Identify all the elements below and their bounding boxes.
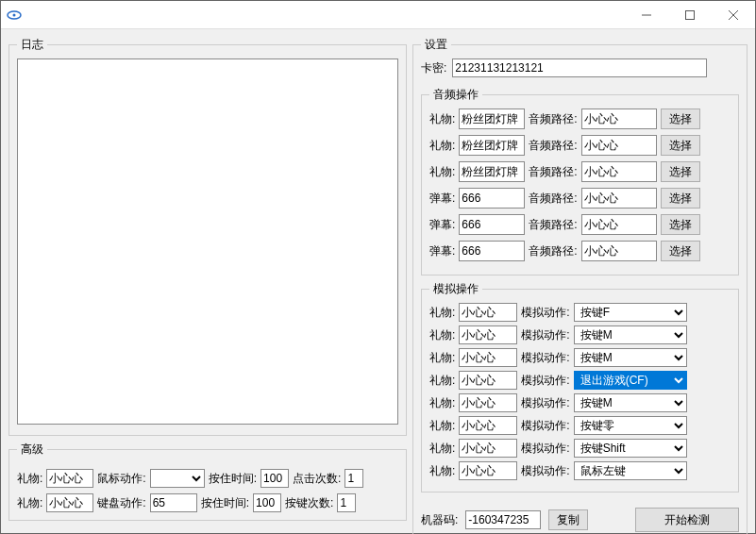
copy-button[interactable]: 复制 xyxy=(548,509,588,530)
titlebar xyxy=(1,1,755,29)
audio-legend: 音频操作 xyxy=(429,87,482,103)
audio-row-value-input[interactable] xyxy=(459,214,525,235)
adv-hold-time2-label: 按住时间: xyxy=(201,495,249,511)
sim-action-label: 模拟动作: xyxy=(521,373,569,389)
sim-action-select[interactable]: 按键Shift xyxy=(574,439,687,458)
audio-path-input[interactable] xyxy=(581,214,657,235)
log-fieldset: 日志 xyxy=(8,37,407,436)
sim-row: 礼物:模拟动作:按键M xyxy=(429,393,731,412)
audio-select-button[interactable]: 选择 xyxy=(661,161,700,182)
sim-action-select[interactable]: 按键M xyxy=(574,348,687,367)
audio-select-button[interactable]: 选择 xyxy=(661,108,700,129)
sim-action-label: 模拟动作: xyxy=(521,350,569,366)
sim-action-select[interactable]: 按键F xyxy=(574,303,687,322)
sim-action-label: 模拟动作: xyxy=(521,463,569,479)
sim-action-select[interactable]: 按键M xyxy=(574,393,687,412)
minimize-button[interactable] xyxy=(625,1,668,29)
audio-row-label: 礼物: xyxy=(429,138,455,154)
adv-mouse-action-label: 鼠标动作: xyxy=(97,471,145,487)
sim-gift-label: 礼物: xyxy=(429,418,455,434)
bottom-row: 机器码: 复制 开始检测 xyxy=(421,502,739,532)
audio-path-label: 音频路径: xyxy=(529,243,577,259)
sim-action-select[interactable]: 鼠标左键 xyxy=(574,461,687,480)
audio-path-input[interactable] xyxy=(581,241,657,261)
audio-path-label: 音频路径: xyxy=(529,164,577,180)
adv-keyboard-action-input[interactable] xyxy=(150,493,197,512)
sim-gift-input[interactable] xyxy=(459,348,517,367)
audio-row-value-input[interactable] xyxy=(459,135,525,156)
audio-select-button[interactable]: 选择 xyxy=(661,135,700,156)
sim-row: 礼物:模拟动作:按键零 xyxy=(429,416,731,435)
audio-fieldset: 音频操作 礼物:音频路径:选择礼物:音频路径:选择礼物:音频路径:选择弹幕:音频… xyxy=(421,87,739,275)
sim-row: 礼物:模拟动作:按键F xyxy=(429,303,731,322)
log-textarea[interactable] xyxy=(17,58,398,425)
sim-action-select[interactable]: 按键M xyxy=(574,325,687,344)
svg-point-1 xyxy=(13,13,16,16)
machine-code-input[interactable] xyxy=(465,510,541,529)
sim-gift-input[interactable] xyxy=(459,325,517,344)
audio-row-value-input[interactable] xyxy=(459,161,525,182)
audio-path-label: 音频路径: xyxy=(529,111,577,127)
log-legend: 日志 xyxy=(17,37,47,53)
audio-path-input[interactable] xyxy=(581,135,657,156)
audio-row-label: 礼物: xyxy=(429,111,455,127)
sim-action-label: 模拟动作: xyxy=(521,395,569,411)
sim-gift-label: 礼物: xyxy=(429,350,455,366)
sim-row: 礼物:模拟动作:按键M xyxy=(429,348,731,367)
audio-select-button[interactable]: 选择 xyxy=(661,188,700,209)
main-window: 日志 高级 礼物: 鼠标动作: 按住时间: 点击次数: 礼物: xyxy=(0,0,756,534)
audio-path-input[interactable] xyxy=(581,108,657,129)
audio-path-input[interactable] xyxy=(581,188,657,209)
machine-code-label: 机器码: xyxy=(421,512,458,528)
adv-key-count-label: 按键次数: xyxy=(285,495,333,511)
close-button[interactable] xyxy=(712,1,755,29)
audio-row-value-input[interactable] xyxy=(459,241,525,261)
adv-key-count-input[interactable] xyxy=(337,493,356,512)
audio-row: 礼物:音频路径:选择 xyxy=(429,108,731,129)
sim-gift-label: 礼物: xyxy=(429,463,455,479)
maximize-button[interactable] xyxy=(668,1,712,29)
sim-gift-input[interactable] xyxy=(459,371,517,390)
sim-action-label: 模拟动作: xyxy=(521,418,569,434)
sim-gift-label: 礼物: xyxy=(429,373,455,389)
sim-action-label: 模拟动作: xyxy=(521,327,569,343)
card-input[interactable] xyxy=(452,58,707,77)
sim-gift-input[interactable] xyxy=(459,461,517,480)
audio-select-button[interactable]: 选择 xyxy=(661,214,700,235)
audio-row-label: 弹幕: xyxy=(429,243,455,259)
start-detect-button[interactable]: 开始检测 xyxy=(635,508,739,532)
audio-row-label: 礼物: xyxy=(429,164,455,180)
adv-gift2-label: 礼物: xyxy=(17,495,42,511)
advanced-fieldset: 高级 礼物: 鼠标动作: 按住时间: 点击次数: 礼物: 键盘动作: 按住 xyxy=(8,442,407,521)
adv-hold-time-label: 按住时间: xyxy=(209,471,257,487)
audio-row-value-input[interactable] xyxy=(459,108,525,129)
adv-click-count-input[interactable] xyxy=(344,469,363,488)
sim-gift-input[interactable] xyxy=(459,439,517,458)
sim-action-select[interactable]: 按键零 xyxy=(574,416,687,435)
sim-action-label: 模拟动作: xyxy=(521,441,569,457)
content: 日志 高级 礼物: 鼠标动作: 按住时间: 点击次数: 礼物: xyxy=(1,29,755,534)
adv-hold-time2-input[interactable] xyxy=(253,493,281,512)
sim-gift-label: 礼物: xyxy=(429,305,455,321)
audio-row: 弹幕:音频路径:选择 xyxy=(429,188,731,209)
adv-mouse-action-select[interactable] xyxy=(150,469,205,488)
audio-select-button[interactable]: 选择 xyxy=(661,241,700,261)
svg-rect-3 xyxy=(686,10,695,19)
audio-row-value-input[interactable] xyxy=(459,188,525,209)
audio-path-input[interactable] xyxy=(581,161,657,182)
audio-row-label: 弹幕: xyxy=(429,217,455,233)
sim-row: 礼物:模拟动作:退出游戏(CF) xyxy=(429,371,731,390)
adv-gift1-input[interactable] xyxy=(46,469,93,488)
sim-row: 礼物:模拟动作:鼠标左键 xyxy=(429,461,731,480)
sim-gift-input[interactable] xyxy=(459,416,517,435)
sim-gift-input[interactable] xyxy=(459,393,517,412)
sim-gift-input[interactable] xyxy=(459,303,517,322)
sim-legend: 模拟操作 xyxy=(429,281,482,297)
adv-gift2-input[interactable] xyxy=(46,493,93,512)
adv-hold-time-input[interactable] xyxy=(260,469,289,488)
sim-action-select[interactable]: 退出游戏(CF) xyxy=(574,371,687,390)
card-label: 卡密: xyxy=(421,60,446,76)
sim-gift-label: 礼物: xyxy=(429,395,455,411)
adv-keyboard-action-label: 键盘动作: xyxy=(97,495,145,511)
audio-row: 礼物:音频路径:选择 xyxy=(429,161,731,182)
